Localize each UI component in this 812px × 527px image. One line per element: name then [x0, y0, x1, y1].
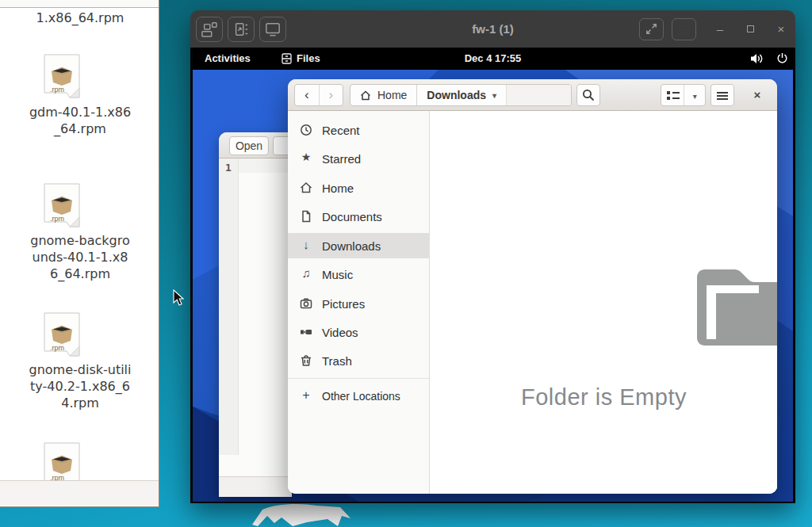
gedit-line-numbers: 1 [219, 158, 239, 455]
line-number: 1 [219, 162, 238, 174]
sidebar-separator [288, 378, 430, 379]
music-icon: ♫ [300, 268, 312, 281]
host-panel-status-bar [0, 480, 159, 506]
files-menu-button[interactable] [710, 84, 734, 106]
files-headerbar[interactable]: ‹ › Home Downloads ▾ [288, 79, 777, 111]
host-wallpaper-mascot [250, 502, 357, 527]
nav-buttons: ‹ › [294, 84, 343, 106]
sidebar-item-home[interactable]: Home [288, 175, 430, 200]
gedit-window: Open 1 [219, 132, 292, 497]
file-label[interactable]: gnome-disk-utility-40.2-1.x86_64.rpm [29, 361, 132, 411]
file-label[interactable]: 1.x86_64.rpm [29, 10, 132, 26]
vm-close-button[interactable]: × [773, 10, 789, 48]
clock[interactable]: Dec 4 17:55 [193, 52, 793, 64]
download-icon: ↓ [300, 239, 312, 252]
file-label[interactable]: gnome-backgrounds-40.1-1.x86_64.rpm [29, 232, 132, 282]
view-options-dropdown[interactable]: ▾ [684, 85, 705, 105]
view-buttons: ▾ [661, 84, 706, 106]
vm-maximize-button[interactable] [747, 25, 754, 32]
rpm-package-icon[interactable]: .rpm [44, 183, 80, 227]
gnome-top-bar: Activities Files Dec 4 17:55 [193, 48, 793, 70]
trash-icon [300, 354, 312, 367]
path-segment-downloads[interactable]: Downloads ▾ [416, 85, 506, 105]
rpm-package-icon[interactable]: .rpm [44, 54, 80, 98]
home-icon [300, 181, 312, 194]
vm-machine-details-button[interactable] [196, 17, 223, 42]
svg-text:.rpm: .rpm [50, 344, 64, 352]
chevron-down-icon: ▾ [693, 92, 697, 101]
vm-menu-button[interactable] [672, 18, 696, 40]
vm-fullscreen-button[interactable] [639, 18, 664, 40]
rpm-package-icon[interactable]: .rpm [44, 312, 80, 357]
files-content-pane[interactable]: Folder is Empty [431, 111, 777, 494]
sidebar-item-videos[interactable]: Videos [288, 319, 430, 345]
vm-titlebar[interactable]: fw-1 (1) – × [190, 10, 795, 48]
file-label[interactable]: gdm-40.1-1.x86_64.rpm [29, 104, 132, 137]
chevron-down-icon: ▾ [492, 91, 496, 100]
gedit-current-line [239, 158, 292, 173]
star-icon: ★ [300, 152, 312, 165]
back-button[interactable]: ‹ [295, 85, 319, 105]
path-segment-home[interactable]: Home [350, 85, 416, 105]
volume-icon[interactable] [750, 53, 763, 64]
sidebar-item-trash[interactable]: Trash [288, 348, 430, 373]
sidebar-item-downloads[interactable]: ↓ Downloads [288, 233, 430, 258]
svg-text:.rpm: .rpm [50, 215, 64, 223]
mouse-cursor [173, 289, 186, 307]
camera-icon [300, 297, 312, 310]
search-icon [582, 89, 595, 101]
host-file-panel: 1.x86_64.rpm .rpm gdm-40.1-1.x86_64.rpm … [0, 0, 159, 507]
svg-text:.rpm: .rpm [50, 86, 64, 94]
sidebar-item-pictures[interactable]: Pictures [288, 291, 430, 316]
vm-minimize-button[interactable]: – [712, 10, 728, 48]
path-bar: Home Downloads ▾ [350, 84, 572, 106]
files-close-button[interactable]: × [746, 84, 768, 106]
sidebar-item-other-locations[interactable]: + Other Locations [288, 384, 430, 409]
empty-folder-icon [697, 269, 777, 346]
sidebar-item-documents[interactable]: Documents [288, 204, 430, 229]
sidebar-item-recent[interactable]: Recent [288, 117, 430, 143]
plus-icon: + [300, 390, 312, 403]
search-button[interactable] [576, 84, 600, 106]
files-sidebar: Recent ★ Starred Home [288, 111, 430, 494]
document-icon [300, 210, 312, 223]
power-icon[interactable] [776, 52, 788, 64]
gedit-status-bar [219, 476, 292, 497]
home-icon [360, 90, 371, 101]
gedit-headerbar[interactable]: Open [219, 132, 292, 158]
sidebar-item-music[interactable]: ♫ Music [288, 262, 430, 287]
host-panel-toolbar-edge [0, 0, 159, 8]
forward-button[interactable]: › [319, 85, 343, 105]
recent-icon [300, 124, 312, 136]
guest-screen: Activities Files Dec 4 17:55 Open 1 ‹ [190, 48, 795, 503]
path-bar-empty-area [506, 85, 571, 105]
sidebar-item-starred[interactable]: ★ Starred [288, 146, 430, 171]
vm-console-display-button[interactable] [259, 17, 286, 42]
files-window: ‹ › Home Downloads ▾ [288, 79, 777, 494]
vm-send-key-button[interactable] [228, 17, 255, 42]
list-view-button[interactable] [661, 85, 684, 105]
gedit-open-button[interactable]: Open [229, 136, 269, 155]
files-body: Recent ★ Starred Home [288, 111, 777, 494]
empty-folder-title: Folder is Empty [431, 384, 777, 411]
list-view-icon [667, 90, 680, 101]
video-icon [300, 326, 312, 338]
